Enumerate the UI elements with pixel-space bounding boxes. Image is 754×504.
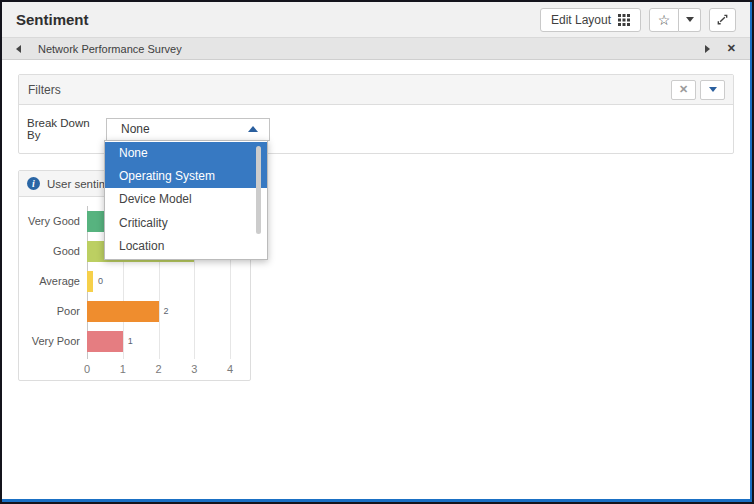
dropdown-option-operating-system[interactable]: Operating System (105, 165, 267, 188)
close-icon: ✕ (679, 84, 688, 95)
header-actions: Edit Layout ☆ (540, 8, 736, 32)
tab-label[interactable]: Network Performance Survey (38, 43, 182, 55)
layout-grid-icon (618, 14, 630, 26)
page-title: Sentiment (16, 11, 89, 28)
tab-prev-arrow-icon[interactable] (16, 45, 21, 53)
bar-value-label: 0 (98, 276, 103, 286)
bar-area: 2 (87, 301, 169, 322)
chart-row-very-poor: Very Poor1 (19, 326, 250, 356)
dropdown-option-location[interactable]: Location (105, 235, 267, 258)
edit-layout-button[interactable]: Edit Layout (540, 8, 641, 32)
chevron-up-icon (248, 126, 258, 132)
app-frame: Sentiment Edit Layout ☆ (2, 2, 752, 502)
category-label: Average (19, 275, 80, 287)
expand-button[interactable] (709, 8, 736, 32)
tab-bar: Network Performance Survey ✕ (2, 38, 750, 60)
breakdown-dropdown-menu: NoneOperating SystemDevice ModelCritical… (104, 140, 268, 260)
filters-actions: ✕ (671, 80, 725, 100)
filters-panel-header: Filters ✕ (19, 75, 733, 105)
category-label: Very Poor (19, 335, 80, 347)
breakdown-select[interactable]: None (106, 118, 270, 141)
info-icon[interactable]: i (27, 177, 40, 190)
category-label: Poor (19, 305, 80, 317)
favorite-split-button: ☆ (649, 8, 701, 32)
app-window: Sentiment Edit Layout ☆ (0, 0, 754, 504)
filters-panel-title: Filters (28, 83, 61, 97)
main-content: Filters ✕ Break Down By None (2, 60, 750, 499)
filters-collapse-button[interactable] (700, 80, 725, 100)
chart-bar-very-poor[interactable] (87, 331, 123, 352)
chart-row-average: Average0 (19, 266, 250, 296)
chevron-down-icon (686, 17, 694, 22)
dropdown-option-device-model[interactable]: Device Model (105, 188, 267, 211)
x-axis-tick-label: 1 (120, 363, 126, 375)
dropdown-scrollbar[interactable] (256, 146, 261, 234)
breakdown-select-value: None (121, 122, 248, 136)
chevron-down-icon (709, 87, 717, 92)
favorite-button[interactable]: ☆ (649, 8, 679, 32)
favorite-dropdown-button[interactable] (679, 8, 701, 32)
breakdown-label: Break Down By (27, 117, 106, 141)
dropdown-items: NoneOperating SystemDevice ModelCritical… (105, 142, 267, 258)
dropdown-option-none[interactable]: None (105, 142, 267, 165)
chart-bar-poor[interactable] (87, 301, 159, 322)
filters-close-button[interactable]: ✕ (671, 80, 696, 100)
x-axis-tick-label: 3 (191, 363, 197, 375)
bar-value-label: 2 (164, 306, 169, 316)
top-header: Sentiment Edit Layout ☆ (2, 2, 750, 38)
dropdown-option-criticality[interactable]: Criticality (105, 212, 267, 235)
bar-area: 1 (87, 331, 133, 352)
category-label: Good (19, 245, 80, 257)
bar-value-label: 1 (128, 336, 133, 346)
x-axis-tick-label: 2 (155, 363, 161, 375)
star-icon: ☆ (658, 13, 671, 27)
tab-close-icon[interactable]: ✕ (727, 43, 736, 54)
tab-next-arrow-icon[interactable] (705, 45, 710, 53)
category-label: Very Good (19, 215, 80, 227)
x-axis-tick-label: 0 (84, 363, 90, 375)
bar-area: 0 (87, 271, 103, 292)
edit-layout-label: Edit Layout (551, 13, 611, 27)
x-axis-tick-label: 4 (227, 363, 233, 375)
chart-row-poor: Poor2 (19, 296, 250, 326)
chart-bar-average[interactable] (87, 271, 93, 292)
expand-icon (716, 13, 729, 26)
